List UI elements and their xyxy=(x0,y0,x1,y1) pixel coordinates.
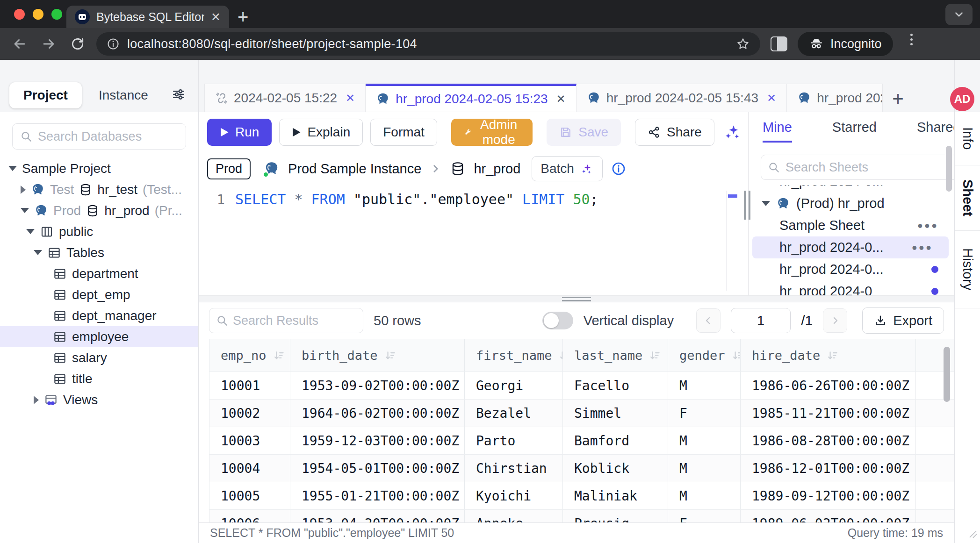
sheet-menu-dots-icon[interactable]: ●●● xyxy=(917,220,938,231)
close-sheet-tab-icon[interactable]: ✕ xyxy=(556,93,566,106)
table-cell[interactable]: 1964-06-02T00:00:00Z xyxy=(290,400,464,427)
side-panel-icon[interactable] xyxy=(769,34,789,54)
search-sheets-input[interactable] xyxy=(785,160,951,175)
table-cell[interactable]: Maliniak xyxy=(562,482,668,509)
ai-sparkles-icon[interactable] xyxy=(722,123,743,141)
column-header-birth_date[interactable]: birth_date xyxy=(290,339,464,372)
rail-tab-sheet[interactable]: Sheet xyxy=(955,165,980,231)
new-tab-button[interactable]: + xyxy=(238,7,248,27)
site-info-icon[interactable] xyxy=(107,37,120,50)
sheet-list-scrollbar[interactable] xyxy=(946,146,952,192)
caret-down-icon[interactable] xyxy=(8,166,17,171)
sql-editor[interactable]: 1 SELECT * FROM "public"."employee" LIMI… xyxy=(199,189,748,295)
table-cell[interactable]: Preusig xyxy=(562,510,668,522)
table-cell[interactable]: 1953-09-02T00:00:00Z xyxy=(290,372,464,399)
caret-down-icon[interactable] xyxy=(26,229,35,234)
caret-down-icon[interactable] xyxy=(34,250,42,255)
avatar[interactable]: AD xyxy=(950,87,974,111)
table-cell[interactable]: 1986-06-26T00:00:00Z xyxy=(740,372,915,399)
table-cell[interactable]: 1986-12-01T00:00:00Z xyxy=(740,455,915,482)
table-cell[interactable]: 10002 xyxy=(209,400,290,427)
tab-search-chevron-icon[interactable] xyxy=(945,4,973,25)
table-cell[interactable]: M xyxy=(668,427,740,454)
panel-resize-handle[interactable] xyxy=(744,191,750,220)
sheet-panel-tab-mine[interactable]: Mine xyxy=(763,120,792,143)
sheet-tab-0[interactable]: 2024-02-05 15:22✕ xyxy=(204,84,366,112)
tree-item-Sample Project[interactable]: Sample Project xyxy=(0,158,198,179)
table-cell[interactable]: 1985-11-21T00:00:00Z xyxy=(740,400,915,427)
table-cell[interactable]: Anneke xyxy=(464,510,562,522)
prev-page-button[interactable] xyxy=(696,308,721,333)
column-header-hire_date[interactable]: hire_date xyxy=(740,339,915,372)
results-resize-divider[interactable] xyxy=(199,295,954,302)
tab-instance[interactable]: Instance xyxy=(85,82,162,108)
bookmark-star-icon[interactable] xyxy=(736,37,750,51)
table-row[interactable]: 100021964-06-02T00:00:00ZBezalelSimmelF1… xyxy=(209,400,954,427)
close-tab-icon[interactable]: ✕ xyxy=(211,11,221,23)
maximize-window-button[interactable] xyxy=(51,9,62,20)
sheet-item-4[interactable]: hr_prod 2024-0... xyxy=(749,258,954,280)
sheet-tab-2[interactable]: hr_prod 2024-02-05 15:43✕ xyxy=(576,84,787,112)
tree-item-public[interactable]: public xyxy=(0,221,198,242)
table-cell[interactable]: F xyxy=(668,510,740,522)
sort-icon[interactable] xyxy=(732,350,740,362)
table-cell[interactable]: 10005 xyxy=(209,482,290,509)
table-cell[interactable]: M xyxy=(668,372,740,399)
close-sheet-tab-icon[interactable]: ✕ xyxy=(346,92,355,105)
share-button[interactable]: Share xyxy=(635,119,714,146)
caret-right-icon[interactable] xyxy=(34,396,39,404)
caret-right-icon[interactable] xyxy=(21,186,26,194)
table-cell[interactable]: 1955-01-21T00:00:00Z xyxy=(290,482,464,509)
table-cell[interactable]: M xyxy=(668,455,740,482)
tree-item-hr_prod[interactable]: Prodhr_prod(Pr... xyxy=(0,200,198,221)
window-resize-grip[interactable] xyxy=(968,529,978,541)
table-cell[interactable]: 10001 xyxy=(209,372,290,399)
caret-down-icon[interactable] xyxy=(762,201,770,206)
column-header-last_name[interactable]: last_name xyxy=(562,339,668,372)
tab-project[interactable]: Project xyxy=(9,82,82,108)
table-cell[interactable]: M xyxy=(668,482,740,509)
sort-icon[interactable] xyxy=(559,350,562,362)
table-cell[interactable]: Bamford xyxy=(562,427,668,454)
sql-code[interactable]: SELECT * FROM "public"."employee" LIMIT … xyxy=(235,189,598,295)
format-button[interactable]: Format xyxy=(370,119,437,146)
table-cell[interactable]: 1986-08-28T00:00:00Z xyxy=(740,427,915,454)
column-header-gender[interactable]: gender xyxy=(668,339,740,372)
table-row[interactable]: 100051955-01-21T00:00:00ZKyoichiMaliniak… xyxy=(209,482,954,510)
table-cell[interactable]: Bezalel xyxy=(464,400,562,427)
sheet-item-5[interactable]: hr_prod 2024-0 xyxy=(749,280,954,295)
table-cell[interactable]: 10004 xyxy=(209,455,290,482)
back-icon[interactable] xyxy=(9,34,30,54)
tree-item-dept_emp[interactable]: dept_emp xyxy=(0,284,198,305)
reload-icon[interactable] xyxy=(67,34,88,54)
table-row[interactable]: 100011953-09-02T00:00:00ZGeorgiFacelloM1… xyxy=(209,372,954,400)
close-window-button[interactable] xyxy=(14,9,25,20)
save-button[interactable]: Save xyxy=(547,119,621,146)
tree-item-salary[interactable]: salary xyxy=(0,347,198,368)
sort-icon[interactable] xyxy=(649,350,661,362)
search-results-input[interactable] xyxy=(233,314,356,328)
sheet-panel-tab-starred[interactable]: Starred xyxy=(832,120,877,143)
sheet-panel-tab-shared-w[interactable]: Shared w xyxy=(917,120,954,143)
sheet-item-1[interactable]: (Prod) hr_prod xyxy=(749,193,954,214)
sort-icon[interactable] xyxy=(827,350,839,362)
explain-button[interactable]: Explain xyxy=(279,119,363,146)
environment-chip[interactable]: Prod xyxy=(207,158,251,179)
tree-item-employee[interactable]: employee xyxy=(0,326,198,347)
filter-sliders-icon[interactable] xyxy=(171,87,186,104)
database-name[interactable]: hr_prod xyxy=(474,161,520,177)
table-cell[interactable]: 1953-04-20T00:00:00Z xyxy=(290,510,464,522)
minimize-window-button[interactable] xyxy=(33,9,43,20)
table-cell[interactable]: 1954-05-01T00:00:00Z xyxy=(290,455,464,482)
next-page-button[interactable] xyxy=(823,308,847,333)
column-header-first_name[interactable]: first_name xyxy=(464,339,562,372)
table-row[interactable]: 100031959-12-03T00:00:00ZPartoBamfordM19… xyxy=(209,427,954,455)
table-row[interactable]: 100041954-05-01T00:00:00ZChirstianKoblic… xyxy=(209,455,954,482)
caret-down-icon[interactable] xyxy=(21,208,29,213)
sheet-tab-3[interactable]: hr_prod 2024-0 xyxy=(787,84,883,112)
forward-icon[interactable] xyxy=(38,34,59,54)
table-cell[interactable]: 1989-06-02T00:00:00Z xyxy=(740,510,915,522)
sheet-menu-dots-icon[interactable]: ●●● xyxy=(912,242,933,253)
table-cell[interactable]: Facello xyxy=(562,372,668,399)
page-number-input[interactable] xyxy=(731,308,791,333)
